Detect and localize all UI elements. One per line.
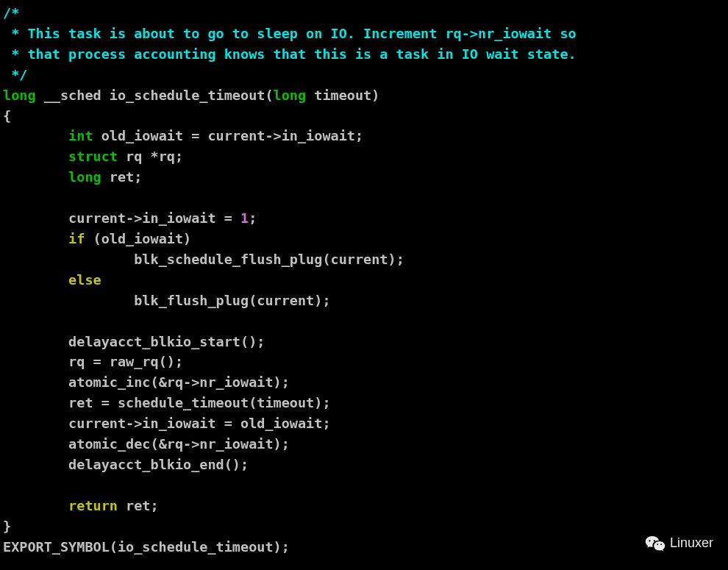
code-text: { [3, 108, 11, 124]
watermark-label: Linuxer [670, 533, 713, 554]
code-text: ret; [101, 169, 143, 185]
code-text: } [3, 519, 11, 534]
code-text: atomic_dec(&rq->nr_iowait); [68, 436, 290, 452]
code-text: ret = schedule_timeout(timeout); [68, 395, 330, 410]
code-text: rq *rq; [118, 149, 183, 164]
keyword: long [68, 169, 101, 185]
code-text: blk_flush_plug(current); [134, 293, 330, 308]
code-text: timeout) [306, 88, 379, 103]
code-text: atomic_inc(&rq->nr_iowait); [68, 374, 290, 390]
code-block: /* * This task is about to go to sleep o… [0, 0, 728, 557]
keyword: else [68, 272, 101, 288]
comment-line: * that process accounting knows that thi… [3, 46, 577, 62]
code-text: EXPORT_SYMBOL(io_schedule_timeout); [3, 539, 290, 555]
code-text: ; [249, 210, 257, 226]
keyword: int [68, 128, 93, 143]
code-text: delayacct_blkio_end(); [68, 457, 249, 472]
keyword: return [68, 498, 118, 513]
keyword: struct [68, 149, 118, 164]
keyword: long [274, 88, 307, 103]
code-text: old_iowait = current->in_iowait; [93, 128, 364, 143]
comment-line: */ [3, 67, 27, 82]
code-text: (old_iowait) [85, 231, 191, 246]
keyword: if [68, 231, 85, 246]
code-text: rq = raw_rq(); [68, 354, 183, 369]
number-literal: 1 [240, 210, 249, 226]
code-text: ret; [118, 498, 159, 513]
watermark: Linuxer [645, 533, 713, 554]
code-text: delayacct_blkio_start(); [68, 334, 265, 349]
keyword: long [3, 88, 36, 103]
code-text: current->in_iowait = [68, 210, 240, 226]
code-text: __sched io_schedule_timeout( [36, 88, 274, 103]
comment-line: /* [3, 5, 19, 21]
wechat-icon [645, 535, 665, 552]
code-text: current->in_iowait = old_iowait; [68, 416, 330, 431]
code-text: blk_schedule_flush_plug(current); [134, 252, 404, 267]
comment-line: * This task is about to go to sleep on I… [3, 26, 577, 41]
